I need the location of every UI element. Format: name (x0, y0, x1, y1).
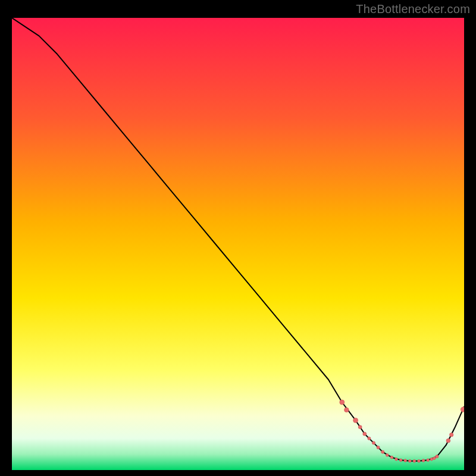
marker-point (358, 425, 362, 429)
marker-point (436, 455, 439, 458)
marker-point (461, 407, 464, 412)
marker-point (446, 439, 450, 443)
chart-svg (12, 18, 464, 470)
marker-point (395, 458, 398, 461)
marker-point (404, 459, 407, 462)
attribution-text: TheBottlenecker.com (356, 2, 470, 16)
marker-point (353, 418, 358, 422)
marker-point (450, 433, 453, 437)
marker-point (413, 459, 416, 462)
marker-point (368, 437, 371, 440)
marker-point (399, 459, 402, 462)
plot-area (12, 18, 464, 470)
marker-point (433, 457, 436, 460)
marker-point (390, 456, 393, 459)
marker-point (381, 450, 384, 453)
gradient-background (12, 18, 464, 470)
marker-point (377, 446, 380, 449)
marker-point (427, 459, 430, 462)
marker-point (372, 441, 375, 444)
marker-point (430, 458, 433, 461)
marker-point (363, 432, 367, 436)
marker-point (386, 454, 389, 457)
chart-container: TheBottlenecker.com (0, 0, 476, 476)
marker-point (422, 459, 425, 462)
marker-point (340, 400, 345, 405)
marker-point (408, 459, 411, 462)
marker-point (345, 408, 349, 412)
marker-point (418, 459, 421, 462)
